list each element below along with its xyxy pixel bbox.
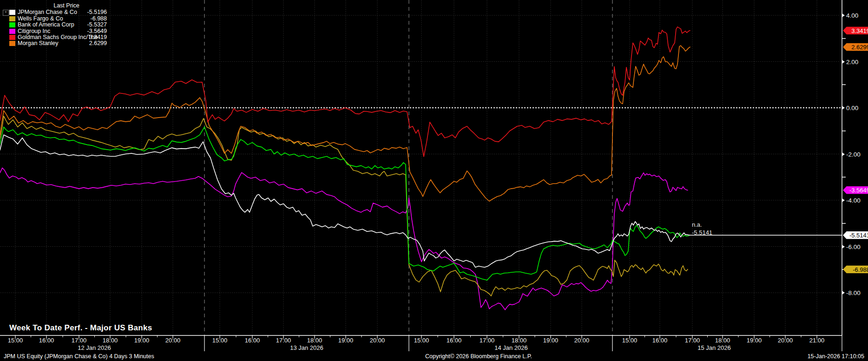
y-tick-arrow <box>842 245 845 249</box>
last-price-badge: -5.5141 <box>843 231 868 239</box>
x-axis-hour-label: 18:00 <box>715 337 730 344</box>
y-tick-arrow <box>842 13 845 17</box>
legend-title: Last Price <box>1 3 111 9</box>
last-price-badge: 2.6299 <box>843 43 868 51</box>
last-price-badge: 3.3419 <box>843 26 868 34</box>
x-axis-hour-label: 16:00 <box>39 337 54 344</box>
x-axis-hour-label: 18:00 <box>512 337 527 344</box>
x-axis-hour-label: 17:00 <box>480 337 495 344</box>
x-axis-hour-label: 16:00 <box>245 337 260 344</box>
legend-security-name: Citigroup Inc <box>18 28 50 34</box>
legend-last-price: -5.5327 <box>87 22 107 28</box>
tracking-annotation-last: -5.5141 <box>692 229 712 236</box>
y-axis-label: -8.00 <box>846 289 861 296</box>
x-axis-date-label: 12 Jan 2026 <box>78 344 111 351</box>
legend-security-name: Morgan Stanley <box>18 40 59 46</box>
legend-last-price: -3.5649 <box>87 28 107 34</box>
x-axis-hour-label: 19:00 <box>747 337 762 344</box>
legend-item[interactable]: Goldman Sachs Group Inc/The3.3419 <box>1 34 111 40</box>
y-tick-arrow <box>842 291 845 295</box>
x-axis-hour-label: 16:00 <box>652 337 668 344</box>
status-security-info: JPM US Equity (JPMorgan Chase & Co) 4 Da… <box>4 353 154 360</box>
x-axis-hour-label: 15:00 <box>8 337 23 344</box>
legend-security-name: Bank of America Corp <box>18 22 74 28</box>
series-line-jpmorgan-chase-co <box>0 135 690 267</box>
x-axis-hour-label: 17:00 <box>276 337 291 344</box>
legend-color-swatch <box>9 10 15 15</box>
legend-last-price: 2.6299 <box>89 40 107 46</box>
x-axis-hour-label: 19:00 <box>134 337 150 344</box>
x-axis-hour-label: 15:00 <box>212 337 228 344</box>
y-axis-label: 2.00 <box>846 58 858 65</box>
y-tick-arrow <box>842 106 845 110</box>
y-axis-label: -6.00 <box>846 243 861 250</box>
legend-security-name: Wells Fargo & Co <box>18 16 63 22</box>
legend-security-name: JPMorgan Chase & Co <box>18 9 77 15</box>
y-axis-label: -4.00 <box>846 197 861 204</box>
x-axis-hour-label: 18:00 <box>103 337 118 344</box>
series-line-morgan-stanley <box>0 46 690 201</box>
legend-color-swatch <box>9 29 15 34</box>
y-axis-label: 0.00 <box>846 105 858 112</box>
legend-last-price: -5.5196 <box>87 9 107 15</box>
legend-last-price: 3.3419 <box>89 34 107 40</box>
x-axis-hour-label: 20:00 <box>370 337 385 344</box>
status-bar: JPM US Equity (JPMorgan Chase & Co) 4 Da… <box>0 352 868 361</box>
last-price-badge: -6.988 <box>843 265 868 273</box>
legend-item[interactable]: Bank of America Corp-5.5327 <box>1 22 111 28</box>
x-axis-hour-label: 21:00 <box>809 337 825 344</box>
tracking-annotation-na: n.a. <box>692 221 702 228</box>
x-axis-date-label: 14 Jan 2026 <box>494 344 528 351</box>
x-axis-hour-label: 16:00 <box>447 337 462 344</box>
x-axis-hour-label: 20:00 <box>574 337 590 344</box>
price-chart-canvas[interactable] <box>0 0 868 361</box>
x-axis-hour-label: 17:00 <box>72 337 87 344</box>
legend-item[interactable]: Citigroup Inc-3.5649 <box>1 28 111 34</box>
x-axis-hour-label: 19:00 <box>543 337 559 344</box>
status-timestamp: 15-Jan-2026 17:10:05 <box>808 353 864 360</box>
legend-item[interactable]: Wells Fargo & Co-6.988 <box>1 16 111 22</box>
x-axis-hour-label: 15:00 <box>414 337 429 344</box>
x-axis-hour-label: 19:00 <box>338 337 354 344</box>
legend-color-swatch <box>9 41 15 46</box>
x-axis-date-label: 13 Jan 2026 <box>290 344 323 351</box>
legend-color-swatch <box>9 35 15 40</box>
series-line-wells-fargo-co <box>0 116 688 296</box>
legend-color-swatch <box>9 22 15 27</box>
legend-expand-toggle[interactable]: + <box>3 10 9 16</box>
x-axis-hour-label: 20:00 <box>778 337 793 344</box>
legend-item[interactable]: JPMorgan Chase & Co-5.5196 <box>1 9 111 15</box>
legend-color-swatch <box>9 16 15 21</box>
legend-security-name: Goldman Sachs Group Inc/The <box>18 34 98 40</box>
y-axis-label: -2.00 <box>846 151 861 158</box>
status-copyright: Copyright© 2026 Bloomberg Finance L.P. <box>425 353 532 360</box>
bloomberg-chart-window: Last Price JPMorgan Chase & Co-5.5196Wel… <box>0 0 868 361</box>
series-line-citigroup-inc <box>0 168 688 309</box>
y-tick-arrow <box>842 198 845 202</box>
x-axis-date-label: 15 Jan 2026 <box>697 344 731 351</box>
legend-last-price: -6.988 <box>91 16 107 22</box>
y-tick-arrow <box>842 152 845 156</box>
legend-item[interactable]: Morgan Stanley2.6299 <box>1 40 111 46</box>
y-axis-label: 4.00 <box>846 12 858 19</box>
y-tick-arrow <box>842 60 845 64</box>
last-price-badge: -3.5649 <box>843 186 868 194</box>
x-axis-hour-label: 20:00 <box>165 337 181 344</box>
legend-panel: Last Price JPMorgan Chase & Co-5.5196Wel… <box>1 3 111 47</box>
chart-title: Week To Date Perf. - Major US Banks <box>9 323 152 333</box>
x-axis-hour-label: 18:00 <box>307 337 322 344</box>
x-axis-hour-label: 15:00 <box>622 337 638 344</box>
x-axis-hour-label: 17:00 <box>685 337 700 344</box>
